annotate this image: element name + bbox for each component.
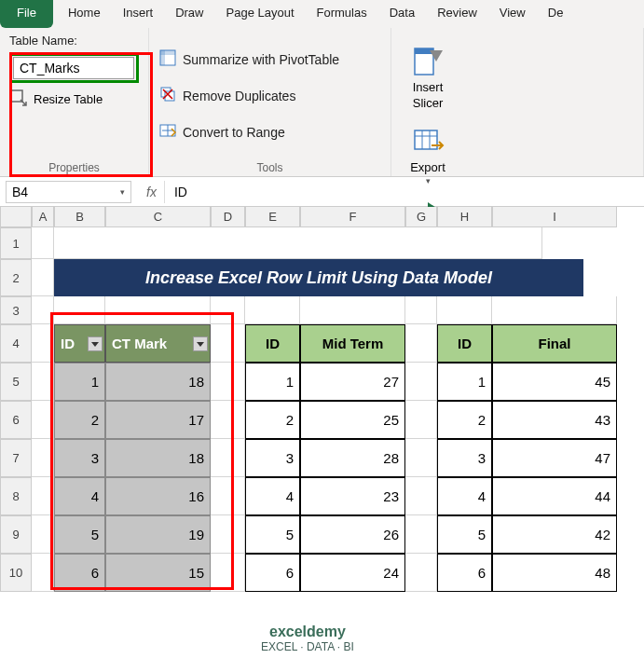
ct-id[interactable]: 5 <box>54 515 105 554</box>
cell[interactable] <box>32 259 54 296</box>
cell[interactable] <box>32 439 54 477</box>
mid-id[interactable]: 6 <box>245 554 300 592</box>
convert-range-button[interactable]: Convert to Range <box>158 119 381 144</box>
summarize-pivot-button[interactable]: Summarize with PivotTable <box>158 47 381 72</box>
row-header[interactable]: 6 <box>0 401 32 439</box>
cell[interactable] <box>32 324 54 363</box>
mid-id[interactable]: 3 <box>245 439 300 477</box>
cell[interactable] <box>32 554 54 592</box>
cell[interactable] <box>405 515 437 554</box>
row-header[interactable]: 5 <box>0 363 32 401</box>
fin-id[interactable]: 3 <box>437 439 492 477</box>
cell[interactable] <box>32 363 54 401</box>
export-button[interactable]: Export ▾ <box>401 125 455 185</box>
cell[interactable] <box>211 515 245 554</box>
row-header[interactable]: 7 <box>0 439 32 477</box>
tab-home[interactable]: Home <box>57 0 112 28</box>
mid-value[interactable]: 26 <box>300 515 405 554</box>
name-box[interactable]: B4 ▾ <box>6 181 131 203</box>
row-header[interactable]: 3 <box>0 296 32 324</box>
tab-file[interactable]: File <box>0 0 53 28</box>
mid-value[interactable]: 28 <box>300 439 405 477</box>
fx-icon[interactable]: fx <box>146 185 157 199</box>
cell[interactable] <box>211 296 245 324</box>
col-header[interactable]: A <box>32 207 54 227</box>
remove-duplicates-button[interactable]: Remove Duplicates <box>158 83 381 108</box>
col-header[interactable]: D <box>211 207 245 227</box>
fin-header-final[interactable]: Final <box>492 324 617 363</box>
mid-value[interactable]: 27 <box>300 363 405 401</box>
mid-value[interactable]: 24 <box>300 554 405 592</box>
cell[interactable] <box>437 296 492 324</box>
cell[interactable] <box>405 324 437 363</box>
cell[interactable] <box>32 296 54 324</box>
row-header[interactable]: 4 <box>0 324 32 363</box>
cell[interactable] <box>54 296 105 324</box>
mid-id[interactable]: 5 <box>245 515 300 554</box>
mid-value[interactable]: 25 <box>300 401 405 439</box>
fin-id[interactable]: 6 <box>437 554 492 592</box>
col-header[interactable]: G <box>405 207 437 227</box>
ct-id[interactable]: 4 <box>54 477 105 515</box>
cell[interactable] <box>211 477 245 515</box>
formula-bar[interactable]: ID <box>164 181 644 203</box>
ct-value[interactable]: 19 <box>105 515 211 554</box>
row-header[interactable]: 1 <box>0 227 32 259</box>
tab-page-layout[interactable]: Page Layout <box>215 0 306 28</box>
tab-draw[interactable]: Draw <box>164 0 214 28</box>
fin-value[interactable]: 43 <box>492 401 617 439</box>
mid-id[interactable]: 1 <box>245 363 300 401</box>
cell[interactable] <box>211 554 245 592</box>
tab-developer[interactable]: De <box>537 0 575 28</box>
cell[interactable] <box>32 227 54 259</box>
mid-id[interactable]: 2 <box>245 401 300 439</box>
ct-value[interactable]: 15 <box>105 554 211 592</box>
mid-header-id[interactable]: ID <box>245 324 300 363</box>
tab-view[interactable]: View <box>488 0 537 28</box>
col-header[interactable]: I <box>492 207 617 227</box>
ct-header-mark[interactable]: CT Mark <box>105 324 211 363</box>
cell[interactable] <box>405 554 437 592</box>
cell[interactable] <box>405 401 437 439</box>
col-header[interactable]: H <box>437 207 492 227</box>
mid-id[interactable]: 4 <box>245 477 300 515</box>
ct-value[interactable]: 18 <box>105 363 211 401</box>
fin-id[interactable]: 4 <box>437 477 492 515</box>
cell[interactable] <box>405 477 437 515</box>
cell[interactable] <box>32 477 54 515</box>
chevron-down-icon[interactable]: ▾ <box>120 187 125 197</box>
col-header[interactable]: C <box>105 207 211 227</box>
ct-value[interactable]: 18 <box>105 439 211 477</box>
col-header[interactable]: B <box>54 207 105 227</box>
ct-id[interactable]: 2 <box>54 401 105 439</box>
fin-value[interactable]: 42 <box>492 515 617 554</box>
cell[interactable] <box>211 363 245 401</box>
tab-formulas[interactable]: Formulas <box>306 0 378 28</box>
cell[interactable] <box>211 324 245 363</box>
row-header[interactable]: 8 <box>0 477 32 515</box>
row-header[interactable]: 2 <box>0 259 32 296</box>
resize-table-button[interactable]: Resize Table <box>9 89 139 110</box>
row-header[interactable]: 10 <box>0 554 32 592</box>
ct-value[interactable]: 16 <box>105 477 211 515</box>
fin-value[interactable]: 44 <box>492 477 617 515</box>
filter-dropdown-icon[interactable] <box>193 336 208 351</box>
fin-value[interactable]: 48 <box>492 554 617 592</box>
tab-insert[interactable]: Insert <box>112 0 165 28</box>
cell[interactable] <box>405 439 437 477</box>
cell[interactable] <box>245 296 300 324</box>
cell[interactable] <box>32 515 54 554</box>
fin-header-id[interactable]: ID <box>437 324 492 363</box>
filter-dropdown-icon[interactable] <box>88 336 103 351</box>
mid-header-term[interactable]: Mid Term <box>300 324 405 363</box>
cell[interactable] <box>54 227 542 259</box>
select-all-cell[interactable] <box>0 207 32 227</box>
ct-value[interactable]: 17 <box>105 401 211 439</box>
cell[interactable] <box>405 296 437 324</box>
col-header[interactable]: F <box>300 207 405 227</box>
fin-id[interactable]: 2 <box>437 401 492 439</box>
table-name-input[interactable] <box>13 57 134 79</box>
insert-slicer-button[interactable]: Insert Slicer <box>401 45 455 110</box>
cell[interactable] <box>492 296 617 324</box>
ct-id[interactable]: 1 <box>54 363 105 401</box>
